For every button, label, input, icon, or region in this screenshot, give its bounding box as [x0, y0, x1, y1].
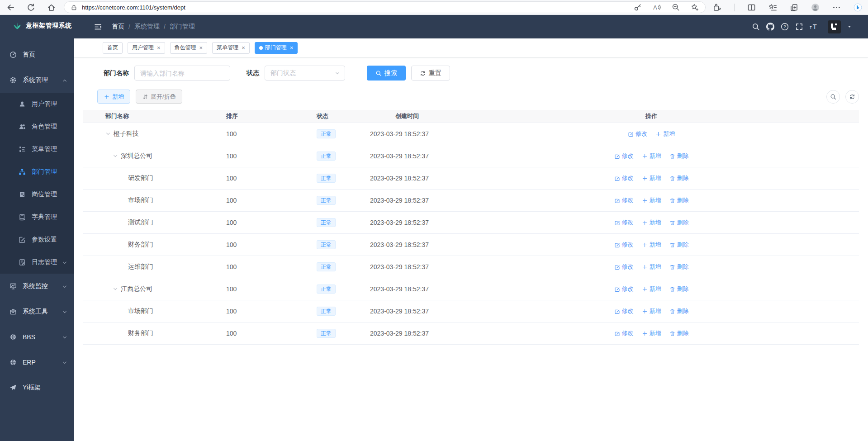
action-trash[interactable]: 删除: [669, 329, 689, 337]
action-edit[interactable]: 修改: [614, 152, 634, 160]
dept-sort: 100: [218, 285, 308, 293]
help-icon[interactable]: ?: [781, 23, 789, 31]
action-trash[interactable]: 删除: [669, 307, 689, 315]
password-key-icon[interactable]: [634, 3, 642, 11]
reset-button[interactable]: 重置: [411, 66, 450, 81]
expand-arrow-icon[interactable]: [113, 153, 121, 159]
action-trash[interactable]: 删除: [669, 174, 689, 182]
action-edit[interactable]: 修改: [614, 329, 634, 337]
table-refresh-button[interactable]: [845, 90, 859, 104]
action-plus[interactable]: 新增: [642, 241, 661, 249]
sidebar-item-1[interactable]: 系统管理: [0, 67, 74, 93]
close-icon[interactable]: ×: [242, 44, 245, 51]
bing-chat-icon[interactable]: [854, 3, 862, 12]
sidebar-item-5[interactable]: 部门管理: [0, 161, 74, 183]
user-avatar[interactable]: [828, 20, 841, 33]
breadcrumb-item-2[interactable]: 部门管理: [170, 23, 195, 31]
favorites-bar-icon[interactable]: [768, 3, 777, 12]
tab-2[interactable]: 角色管理×: [170, 42, 208, 54]
action-edit[interactable]: 修改: [614, 174, 634, 182]
more-menu-icon[interactable]: [832, 3, 841, 12]
action-trash[interactable]: 删除: [669, 218, 689, 227]
expand-arrow-icon[interactable]: [113, 286, 121, 292]
edit-icon: [614, 286, 620, 292]
close-icon[interactable]: ×: [199, 44, 203, 51]
tab-1[interactable]: 用户管理×: [128, 42, 165, 54]
expand-collapse-label: 展开/折叠: [151, 93, 176, 101]
action-edit[interactable]: 修改: [628, 130, 647, 138]
sidebar-item-7[interactable]: 字典管理: [0, 206, 74, 228]
action-plus[interactable]: 新增: [642, 218, 661, 227]
action-trash[interactable]: 删除: [669, 241, 689, 249]
sidebar-item-13[interactable]: ERP: [0, 350, 74, 375]
tab-3[interactable]: 菜单管理×: [212, 42, 250, 54]
action-plus[interactable]: 新增: [642, 285, 661, 293]
add-button[interactable]: 新增: [97, 90, 130, 104]
action-plus[interactable]: 新增: [642, 329, 661, 337]
sidebar-item-12[interactable]: BBS: [0, 324, 74, 350]
add-button-label: 新增: [112, 93, 124, 101]
breadcrumb-item-1[interactable]: 系统管理: [134, 23, 160, 31]
split-screen-icon[interactable]: [747, 3, 756, 12]
tab-4[interactable]: 部门管理×: [255, 42, 298, 54]
reset-button-label: 重置: [429, 69, 441, 77]
read-aloud-icon[interactable]: A: [653, 3, 661, 11]
table-search-button[interactable]: [826, 90, 840, 104]
action-trash[interactable]: 删除: [669, 152, 689, 160]
expand-arrow-icon[interactable]: [105, 131, 114, 137]
action-edit[interactable]: 修改: [614, 218, 634, 227]
col-header-sort: 排序: [218, 112, 308, 120]
action-plus[interactable]: 新增: [642, 152, 661, 160]
sidebar-item-11[interactable]: 系统工具: [0, 299, 74, 324]
action-edit[interactable]: 修改: [614, 241, 634, 249]
action-plus[interactable]: 新增: [655, 130, 675, 138]
dept-name-input[interactable]: [134, 66, 230, 81]
sidebar-item-14[interactable]: Yi框架: [0, 375, 74, 400]
action-plus[interactable]: 新增: [642, 174, 661, 182]
dictionary-icon: [19, 213, 26, 221]
sidebar-collapse-icon[interactable]: [94, 23, 102, 31]
action-edit[interactable]: 修改: [614, 263, 634, 271]
action-edit[interactable]: 修改: [614, 196, 634, 204]
expand-collapse-button[interactable]: 展开/折叠: [136, 90, 182, 104]
status-select[interactable]: 部门状态: [265, 66, 345, 81]
refresh-icon[interactable]: [27, 3, 35, 12]
close-icon[interactable]: ×: [157, 44, 161, 51]
sidebar-item-10[interactable]: 系统监控: [0, 274, 74, 299]
search-button[interactable]: 搜索: [367, 66, 406, 81]
action-trash[interactable]: 删除: [669, 196, 689, 204]
zoom-out-icon[interactable]: [672, 3, 680, 11]
sidebar-item-label: 岗位管理: [32, 190, 57, 199]
sidebar-item-6[interactable]: 岗位管理: [0, 183, 74, 206]
action-trash[interactable]: 删除: [669, 285, 689, 293]
caret-down-icon[interactable]: [847, 24, 852, 29]
action-plus[interactable]: 新增: [642, 263, 661, 271]
fullscreen-icon[interactable]: [795, 23, 803, 31]
home-icon[interactable]: [47, 3, 56, 12]
github-icon[interactable]: [766, 23, 774, 31]
sidebar-item-8[interactable]: 参数设置: [0, 228, 74, 251]
sidebar-item-9[interactable]: 日志管理: [0, 251, 74, 274]
sidebar-item-0[interactable]: 首页: [0, 42, 74, 67]
tab-label: 角色管理: [175, 44, 196, 52]
extensions-icon[interactable]: [713, 3, 721, 12]
action-plus[interactable]: 新增: [642, 196, 661, 204]
url-text: https://ccnetcore.com:1101/system/dept: [82, 4, 185, 11]
breadcrumb-item-0[interactable]: 首页: [112, 23, 124, 31]
back-icon[interactable]: [6, 3, 15, 12]
profile-avatar-icon[interactable]: [811, 3, 820, 12]
search-icon[interactable]: [752, 23, 760, 31]
address-bar[interactable]: https://ccnetcore.com:1101/system/dept A: [64, 1, 706, 13]
tab-0[interactable]: 首页: [103, 42, 123, 54]
sidebar-item-4[interactable]: 菜单管理: [0, 138, 74, 161]
collections-icon[interactable]: [790, 3, 798, 12]
add-favorite-icon[interactable]: [691, 3, 699, 11]
action-plus[interactable]: 新增: [642, 307, 661, 315]
sidebar-item-3[interactable]: 角色管理: [0, 115, 74, 138]
sidebar-item-2[interactable]: 用户管理: [0, 93, 74, 115]
action-edit[interactable]: 修改: [614, 307, 634, 315]
font-size-icon[interactable]: тT: [810, 23, 818, 31]
action-trash[interactable]: 删除: [669, 263, 689, 271]
action-edit[interactable]: 修改: [614, 285, 634, 293]
close-icon[interactable]: ×: [290, 44, 294, 51]
